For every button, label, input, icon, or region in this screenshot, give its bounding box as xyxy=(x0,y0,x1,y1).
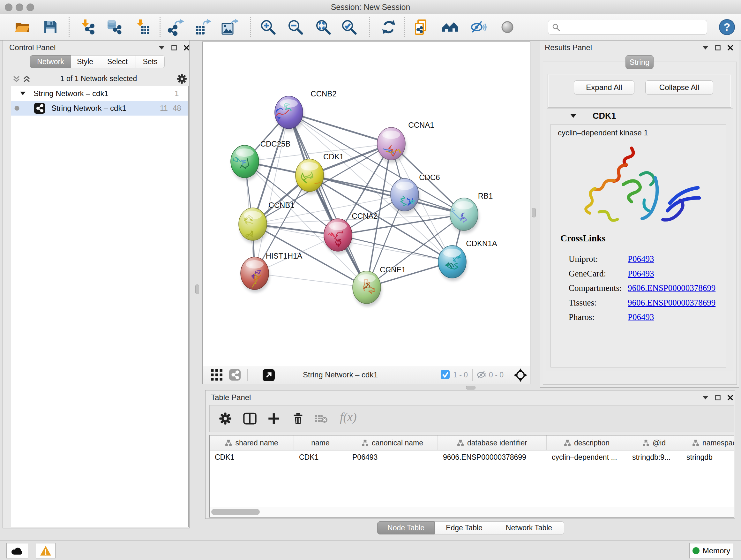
panel-menu-icon[interactable] xyxy=(703,46,708,50)
network-collection-row[interactable]: String Network – cdk1 1 xyxy=(11,86,188,101)
network-node-HIST1H1A[interactable]: HIST1H1A xyxy=(241,252,302,293)
tab-edge-table[interactable]: Edge Table xyxy=(434,521,494,535)
import-network-file-button[interactable] xyxy=(78,18,95,36)
zoom-in-button[interactable] xyxy=(259,18,277,36)
tree-expand-icon[interactable] xyxy=(20,91,25,95)
grid-view-button[interactable] xyxy=(211,369,222,382)
float-panel-icon[interactable] xyxy=(172,45,177,51)
crosslink-link[interactable]: 9606.ENSP00000378699 xyxy=(628,298,716,307)
delete-column-button[interactable] xyxy=(291,411,306,426)
network-node-CDC6[interactable]: CDC6 xyxy=(391,173,440,214)
zoom-selected-button[interactable] xyxy=(340,18,358,36)
add-column-button[interactable] xyxy=(266,411,281,426)
network-edge[interactable] xyxy=(255,273,367,287)
tab-string[interactable]: String xyxy=(625,55,654,69)
fit-selected-button[interactable] xyxy=(514,368,527,383)
first-neighbors-button[interactable] xyxy=(441,18,459,36)
network-edge[interactable] xyxy=(338,235,452,262)
selected-checkbox[interactable] xyxy=(441,370,450,380)
table-settings-button[interactable] xyxy=(218,411,232,426)
panel-menu-icon[interactable] xyxy=(159,46,164,50)
detach-view-button[interactable] xyxy=(263,369,275,382)
network-node-CCNA1[interactable]: CCNA1 xyxy=(377,121,434,163)
panel-menu-icon[interactable] xyxy=(703,396,708,399)
network-node-CDKN1A[interactable]: CDKN1A xyxy=(438,239,497,281)
zoom-out-button[interactable] xyxy=(287,18,304,36)
search-input[interactable] xyxy=(548,20,707,35)
node-table[interactable]: shared namenamecanonical namedatabase id… xyxy=(209,435,734,517)
tab-network-table[interactable]: Network Table xyxy=(494,521,564,535)
table-cell[interactable]: 9606.ENSP00000378699 xyxy=(438,450,547,464)
clone-network-button[interactable] xyxy=(413,18,430,36)
expand-all-icon[interactable] xyxy=(23,76,30,82)
scrollbar-thumb[interactable] xyxy=(211,509,260,515)
column-header-shared-name[interactable]: shared name xyxy=(210,435,294,450)
tab-style[interactable]: Style xyxy=(71,55,99,68)
column-header-@id[interactable]: @id xyxy=(627,435,681,450)
tab-network[interactable]: Network xyxy=(30,55,71,68)
close-panel-icon[interactable] xyxy=(728,45,733,51)
crosslink-link[interactable]: P06493 xyxy=(628,254,654,264)
right-splitter-handle[interactable] xyxy=(532,208,536,217)
crosslink-link[interactable]: P06493 xyxy=(628,312,654,322)
export-network-button[interactable] xyxy=(168,18,185,36)
open-session-button[interactable] xyxy=(14,18,31,36)
table-horizontal-scrollbar[interactable] xyxy=(210,507,734,517)
table-cell[interactable]: CDK1 xyxy=(210,450,294,464)
column-header-namespace[interactable]: namespace xyxy=(681,435,734,450)
table-cell[interactable]: stringdb:9... xyxy=(627,450,681,464)
float-panel-icon[interactable] xyxy=(715,395,721,400)
delete-table-button[interactable] xyxy=(314,411,328,426)
close-panel-icon[interactable] xyxy=(728,395,733,400)
network-node-RB1[interactable]: RB1 xyxy=(450,192,493,233)
protein-section-header[interactable]: CDK1 xyxy=(547,109,733,124)
expand-all-button[interactable]: Expand All xyxy=(574,80,634,95)
table-cell[interactable]: CDK1 xyxy=(294,450,347,464)
memory-button[interactable]: Memory xyxy=(689,543,733,558)
function-builder-button[interactable]: f(x) xyxy=(340,410,357,424)
network-share-button[interactable] xyxy=(229,369,241,382)
network-node-CCNE1[interactable]: CCNE1 xyxy=(353,265,406,307)
section-collapse-icon[interactable] xyxy=(570,114,576,118)
collapse-all-icon[interactable] xyxy=(13,76,20,82)
network-row-selected[interactable]: String Network – cdk1 11 48 xyxy=(11,101,188,116)
save-session-button[interactable] xyxy=(42,18,59,36)
column-header-description[interactable]: description xyxy=(547,435,627,450)
float-panel-icon[interactable] xyxy=(715,45,721,51)
crosslink-link[interactable]: P06493 xyxy=(628,269,654,278)
network-graph[interactable]: CCNB2CCNA1CDC25BCDK1CDC6RB1CCNB1CCNA2CDK… xyxy=(203,42,530,366)
crosslink-link[interactable]: 9606.ENSP00000378699 xyxy=(628,283,716,293)
gear-icon[interactable] xyxy=(177,74,187,84)
cloud-status-button[interactable] xyxy=(6,543,28,558)
warning-status-button[interactable] xyxy=(36,543,56,558)
network-edge[interactable] xyxy=(255,112,289,273)
network-view[interactable]: CCNB2CCNA1CDC25BCDK1CDC6RB1CCNB1CCNA2CDK… xyxy=(202,42,530,384)
network-node-CCNB1[interactable]: CCNB1 xyxy=(239,201,294,243)
level-of-detail-button[interactable] xyxy=(499,18,516,36)
collapse-all-button[interactable]: Collapse All xyxy=(645,80,713,95)
tab-node-table[interactable]: Node Table xyxy=(377,521,434,535)
refresh-button[interactable] xyxy=(380,18,397,36)
import-table-button[interactable] xyxy=(134,18,151,36)
table-cell[interactable]: cyclin–dependent ... xyxy=(547,450,627,464)
import-network-database-button[interactable] xyxy=(105,18,122,36)
tab-select[interactable]: Select xyxy=(99,55,136,68)
column-header-database-identifier[interactable]: database identifier xyxy=(438,435,547,450)
table-cell[interactable]: stringdb xyxy=(681,450,734,464)
export-table-button[interactable] xyxy=(194,18,212,36)
help-button[interactable]: ? xyxy=(718,18,736,36)
network-node-CDK1[interactable]: CDK1 xyxy=(295,152,344,197)
network-edge[interactable] xyxy=(289,112,391,144)
export-image-button[interactable] xyxy=(220,18,238,36)
column-header-canonical-name[interactable]: canonical name xyxy=(347,435,438,450)
graphics-details-button[interactable] xyxy=(469,18,486,36)
show-columns-button[interactable] xyxy=(243,411,257,426)
network-edge[interactable] xyxy=(289,112,367,287)
zoom-fit-button[interactable] xyxy=(315,18,332,36)
bottom-splitter-handle[interactable] xyxy=(466,386,475,389)
hidden-toggle[interactable] xyxy=(476,371,487,380)
column-header-name[interactable]: name xyxy=(294,435,347,450)
close-panel-icon[interactable] xyxy=(184,45,189,51)
tab-sets[interactable]: Sets xyxy=(136,55,165,68)
table-cell[interactable]: P06493 xyxy=(347,450,438,464)
